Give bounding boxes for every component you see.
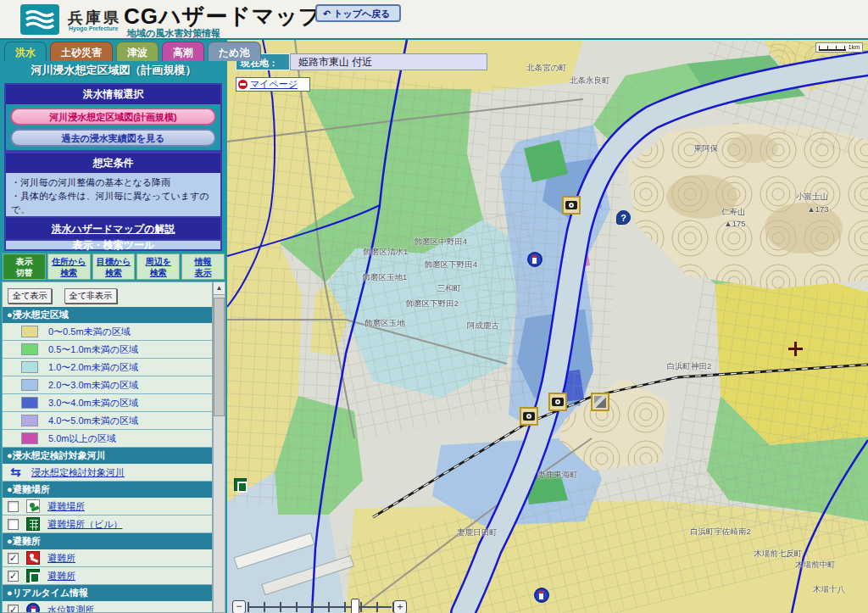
- zoom-tick: [360, 602, 362, 612]
- tool-tab[interactable]: 目標から検索: [92, 254, 136, 280]
- legend-row: 5.0m以上の区域: [3, 430, 212, 448]
- question-marker-icon[interactable]: ?: [616, 210, 631, 225]
- tool-tab-label: 周辺を: [146, 257, 171, 266]
- hazard-map-guide-link[interactable]: 洪水ハザードマップの解説: [52, 223, 175, 235]
- scrollbar-up-arrow-icon[interactable]: ▲: [214, 282, 225, 295]
- map-canvas[interactable]: 北条宮の町北条永良町東阿保仁寿山▲175小富士山▲173飾磨区中野田4飾磨区清水…: [227, 40, 868, 613]
- crosshair-icon[interactable]: [788, 342, 803, 356]
- legend-link[interactable]: 避難所: [47, 570, 75, 582]
- map-title: 河川浸水想定区域図（計画規模）: [0, 63, 227, 78]
- legend-link[interactable]: 水位観測所: [47, 604, 94, 613]
- zoom-tick: [280, 602, 281, 612]
- site-subtitle: 地域の風水害対策情報: [127, 27, 220, 40]
- tool-tab-label: 検索: [105, 268, 122, 277]
- tool-tab[interactable]: 周辺を検索: [136, 254, 180, 280]
- back-to-top-button[interactable]: ↶トップへ戻る: [315, 4, 401, 22]
- legend-link[interactable]: 避難場所: [47, 500, 85, 513]
- zoom-slider-track[interactable]: [248, 606, 392, 608]
- legend-row: ✓避難所: [3, 549, 212, 567]
- tool-tab[interactable]: 表示切替: [3, 254, 46, 280]
- zoom-tick: [312, 602, 314, 612]
- zoom-slider-handle[interactable]: [351, 599, 359, 613]
- hazard-tab[interactable]: 津波: [116, 42, 159, 61]
- legend-swatch: [21, 326, 38, 337]
- zoom-tick: [344, 602, 346, 612]
- legend-swatch: [21, 379, 38, 391]
- legend-label: 1.0〜2.0m未満の区域: [48, 361, 138, 374]
- mypage-link[interactable]: マイページ: [250, 78, 298, 91]
- legend-row: 3.0〜4.0m未満の区域: [3, 394, 212, 412]
- zoom-tick: [248, 602, 249, 612]
- legend-link[interactable]: 浸水想定検討対象河川: [31, 466, 125, 479]
- flood-zone-map-button[interactable]: 河川浸水想定区域図(計画規模): [10, 108, 216, 125]
- scale-text: 1km: [849, 44, 860, 51]
- legend-row: 2.0〜3.0m未満の区域: [3, 376, 212, 394]
- legend-row: ✓水位観測所: [3, 601, 212, 613]
- photo-icon[interactable]: [591, 393, 609, 411]
- zoom-tick: [328, 602, 330, 612]
- zoom-out-button[interactable]: −: [232, 600, 246, 613]
- logo-waves-icon: [24, 8, 56, 31]
- river-icon: [10, 465, 24, 479]
- zoom-tick: [376, 602, 378, 612]
- hazard-tab[interactable]: 土砂災害: [50, 42, 113, 61]
- mypage-box[interactable]: マイページ: [236, 77, 310, 92]
- checkbox[interactable]: [8, 519, 19, 530]
- current-location-value: 姫路市東山 付近: [290, 53, 487, 70]
- legend-row: ✓避難所: [3, 567, 212, 585]
- camera-icon[interactable]: [520, 407, 538, 426]
- tool-tab-label: 目標から: [97, 257, 131, 266]
- tool-tab-label: 検索: [150, 268, 167, 277]
- hide-all-button[interactable]: 全て非表示: [64, 288, 117, 304]
- cg-hazard-map-app: 兵庫県 Hyogo Prefecture CGハザードマップ 地域の風水害対策情…: [0, 0, 868, 613]
- camera-lens: [526, 414, 531, 419]
- water-gauge-icon[interactable]: [527, 252, 542, 267]
- legend-row: 避難場所（ビル）: [3, 515, 212, 533]
- checkbox[interactable]: ✓: [8, 605, 19, 613]
- flood-info-panel-header: 洪水情報選択: [6, 85, 220, 104]
- hazard-tab-bar: 洪水土砂災害津波高潮ため池: [4, 42, 261, 61]
- water-gauge-icon: [26, 603, 40, 613]
- hazard-tab[interactable]: ため池: [208, 42, 261, 61]
- tool-tab-label: 切替: [15, 268, 32, 277]
- past-flood-record-button[interactable]: 過去の浸水実績図を見る: [10, 129, 216, 147]
- hazard-tab[interactable]: 洪水: [4, 42, 47, 61]
- tool-tab[interactable]: 情報表示: [181, 254, 225, 280]
- legend-section-header: ●浸水想定区域: [3, 307, 212, 323]
- legend-row: 避難場所: [3, 498, 212, 515]
- zoom-tick: [264, 602, 265, 612]
- header: 兵庫県 Hyogo Prefecture CGハザードマップ 地域の風水害対策情…: [0, 0, 868, 40]
- hazard-tab[interactable]: 高潮: [162, 42, 204, 61]
- camera-body: [552, 398, 564, 406]
- legend-row: 0〜0.5m未満の区域: [3, 323, 212, 341]
- water-gauge-icon[interactable]: [534, 588, 549, 603]
- shelter-green-icon[interactable]: [234, 478, 247, 491]
- legend-section-header: ●リアルタイム情報: [3, 585, 212, 601]
- condition-line1: ・河川毎の河川整備の基本となる降雨: [11, 177, 170, 187]
- legend-link[interactable]: 避難所: [47, 552, 75, 565]
- camera-icon[interactable]: [548, 393, 567, 411]
- quick-buttons: 全て表示 全て非表示: [3, 282, 212, 307]
- zoom-in-button[interactable]: ＋: [393, 600, 407, 613]
- checkbox[interactable]: ✓: [8, 553, 19, 564]
- legend-section-header: ●浸水想定検討対象河川: [3, 448, 212, 464]
- legend-swatch: [21, 361, 38, 373]
- show-all-button[interactable]: 全て表示: [8, 288, 52, 304]
- evacuation-area-icon: [26, 499, 40, 513]
- legend-swatch: [21, 397, 38, 409]
- camera-icon[interactable]: [562, 196, 581, 215]
- legend-row: 0.5〜1.0m未満の区域: [3, 341, 212, 359]
- legend-label: 5.0m以上の区域: [48, 432, 116, 445]
- checkbox[interactable]: ✓: [8, 571, 19, 582]
- sidebar-scrollbar[interactable]: ▲: [213, 281, 225, 613]
- scale-bar: 1km: [815, 42, 863, 53]
- scale-ticks-icon: [819, 46, 846, 51]
- scrollbar-thumb[interactable]: [214, 298, 225, 416]
- checkbox[interactable]: [8, 501, 19, 512]
- legend-link[interactable]: 避難場所（ビル）: [47, 518, 123, 531]
- legend-label: 0〜0.5m未満の区域: [48, 326, 131, 338]
- tool-tab[interactable]: 住所から検索: [47, 254, 91, 280]
- flood-info-panel: 洪水情報選択 河川浸水想定区域図(計画規模) 過去の浸水実績図を見る: [4, 83, 222, 152]
- tool-tab-label: 表示: [195, 268, 212, 277]
- tool-tab-label: 検索: [60, 268, 77, 277]
